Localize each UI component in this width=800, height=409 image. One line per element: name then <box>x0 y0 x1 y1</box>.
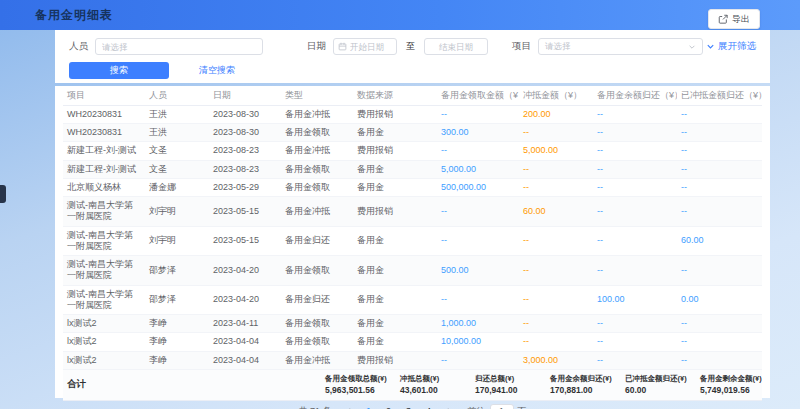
cell-source: 费用报销 <box>353 351 437 369</box>
cell-date: 2023-04-04 <box>209 333 281 351</box>
cell-date: 2023-08-30 <box>209 124 281 142</box>
column-header: 项目 <box>63 86 145 105</box>
pagination-total: 共 71 条 <box>298 405 331 409</box>
cell-balance_return: -- <box>593 197 677 227</box>
prev-page-icon[interactable] <box>342 404 356 409</box>
cell-offset: -- <box>519 178 593 196</box>
chevron-down-icon <box>688 43 696 51</box>
cell-balance_return: -- <box>593 160 677 178</box>
goto-page-input[interactable] <box>490 404 514 409</box>
cell-source: 费用报销 <box>353 142 437 160</box>
summary-item-label: 已冲抵金额归还(¥) <box>625 374 687 384</box>
summary-item-value: 5,963,501.56 <box>325 385 387 395</box>
cell-received: 500.00 <box>437 256 519 286</box>
cell-person: 李峥 <box>145 351 209 369</box>
cell-person: 李峥 <box>145 315 209 333</box>
cell-type: 备用金冲抵 <box>281 105 353 123</box>
cell-person: 刘宇明 <box>145 226 209 256</box>
cell-balance_return: -- <box>593 315 677 333</box>
cell-type: 备用金领取 <box>281 256 353 286</box>
column-header: 备用金领取金额（¥） <box>437 86 519 105</box>
cell-offset: -- <box>519 256 593 286</box>
cell-project: 测试-南昌大学第一附属医院 <box>63 197 145 227</box>
cell-person: 文圣 <box>145 160 209 178</box>
cell-person: 邵梦泽 <box>145 285 209 315</box>
filter-panel: 人员 日期 至 项目 请选择 <box>55 30 770 83</box>
table-panel: 项目人员日期类型数据来源备用金领取金额（¥）冲抵金额（¥）备用金余额归还（¥）已… <box>55 86 770 398</box>
cell-type: 备用金冲抵 <box>281 197 353 227</box>
cell-type: 备用金领取 <box>281 178 353 196</box>
end-date-input[interactable] <box>424 38 488 55</box>
summary-item-label: 备用金领取总额(¥) <box>325 374 387 384</box>
topbar: 备用金明细表 导出 <box>0 0 800 30</box>
cell-offset: -- <box>519 315 593 333</box>
summary-item: 备用金余额归还(¥)170,881.00 <box>550 374 612 395</box>
cell-date: 2023-08-23 <box>209 142 281 160</box>
cell-received: 10,000.00 <box>437 333 519 351</box>
summary-item: 已冲抵金额归还(¥)60.00 <box>625 374 687 395</box>
cell-person: 文圣 <box>145 142 209 160</box>
cell-project: lx测试2 <box>63 315 145 333</box>
petty-cash-table: 项目人员日期类型数据来源备用金领取金额（¥）冲抵金额（¥）备用金余额归还（¥）已… <box>63 86 762 370</box>
start-date-input[interactable] <box>333 38 397 55</box>
cell-person: 李峥 <box>145 333 209 351</box>
calendar-icon <box>338 42 347 51</box>
summary-item-value: 170,941.00 <box>475 385 537 395</box>
cell-balance_return: -- <box>593 105 677 123</box>
page-number-2[interactable]: 2 <box>382 404 396 409</box>
export-label: 导出 <box>732 13 750 26</box>
cell-balance_return: 100.00 <box>593 285 677 315</box>
summary-item: 备用金剩余金额(¥)5,749,019.56 <box>700 374 762 395</box>
cell-type: 备用金领取 <box>281 124 353 142</box>
cell-project: 新建工程-刘-测试 <box>63 160 145 178</box>
cell-offset: -- <box>519 226 593 256</box>
table-row: lx测试2李峥2023-04-11备用金领取备用金1,000.00------ <box>63 315 762 333</box>
cell-source: 备用金 <box>353 178 437 196</box>
cell-balance_return: -- <box>593 256 677 286</box>
cell-balance_return: -- <box>593 124 677 142</box>
date-separator: 至 <box>406 40 415 53</box>
clear-search-button[interactable]: 清空搜索 <box>199 64 235 77</box>
table-header-row: 项目人员日期类型数据来源备用金领取金额（¥）冲抵金额（¥）备用金余额归还（¥）已… <box>63 86 762 105</box>
sidebar-collapse-handle[interactable] <box>0 185 6 203</box>
cell-received: -- <box>437 285 519 315</box>
cell-offset: -- <box>519 124 593 142</box>
pagination: 共 71 条 1234 前往 页 <box>63 401 762 409</box>
column-header: 类型 <box>281 86 353 105</box>
next-page-icon[interactable] <box>442 404 456 409</box>
cell-source: 备用金 <box>353 256 437 286</box>
summary-item-label: 备用金余额归还(¥) <box>550 374 612 384</box>
table-row: WH20230831王洪2023-08-30备用金冲抵费用报销--200.00-… <box>63 105 762 123</box>
summary-item: 备用金领取总额(¥)5,963,501.56 <box>325 374 387 395</box>
cell-offset: 60.00 <box>519 197 593 227</box>
table-row: 测试-南昌大学第一附属医院邵梦泽2023-04-20备用金归还备用金----10… <box>63 285 762 315</box>
project-select[interactable]: 请选择 <box>538 38 703 55</box>
summary-item-value: 170,881.00 <box>550 385 612 395</box>
expand-filters-link[interactable]: 展开筛选 <box>706 40 756 53</box>
export-button[interactable]: 导出 <box>708 9 760 29</box>
page-number-4[interactable]: 4 <box>422 404 436 409</box>
search-button[interactable]: 搜索 <box>69 62 169 79</box>
cell-date: 2023-05-15 <box>209 226 281 256</box>
cell-date: 2023-05-15 <box>209 197 281 227</box>
cell-received: 500,000.00 <box>437 178 519 196</box>
cell-type: 备用金领取 <box>281 333 353 351</box>
page-number-3[interactable]: 3 <box>402 404 416 409</box>
table-row: 测试-南昌大学第一附属医院刘宇明2023-05-15备用金冲抵费用报销--60.… <box>63 197 762 227</box>
cell-offset: 3,000.00 <box>519 351 593 369</box>
table-row: WH20230831王洪2023-08-30备用金领取备用金300.00----… <box>63 124 762 142</box>
summary-row: 合计 备用金领取总额(¥)5,963,501.56冲抵总额(¥)43,601.0… <box>63 370 762 401</box>
person-select-input[interactable] <box>95 38 263 55</box>
cell-offset: 200.00 <box>519 105 593 123</box>
summary-item-label: 冲抵总额(¥) <box>400 374 462 384</box>
cell-date: 2023-04-20 <box>209 256 281 286</box>
page-numbers: 1234 <box>362 404 436 409</box>
cell-project: lx测试2 <box>63 333 145 351</box>
cell-offset: -- <box>519 160 593 178</box>
page-number-1[interactable]: 1 <box>362 404 376 409</box>
cell-offset_return: -- <box>677 197 762 227</box>
end-date-field[interactable] <box>429 42 483 52</box>
cell-project: 北京顺义杨林 <box>63 178 145 196</box>
column-header: 人员 <box>145 86 209 105</box>
start-date-field[interactable] <box>350 42 392 52</box>
